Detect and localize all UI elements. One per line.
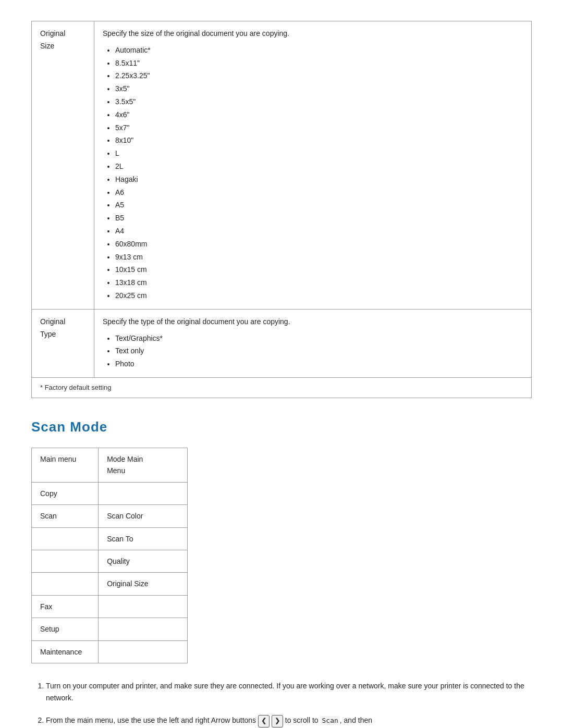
scan-table-original-size: Original Size [99, 573, 188, 595]
list-item: Text/Graphics* [115, 332, 523, 345]
left-arrow-icon: ❮ [258, 715, 270, 727]
scan-table-setup-submenu [99, 618, 188, 640]
list-item: 4x6" [115, 109, 523, 121]
scan-table-copy: Copy [32, 482, 99, 504]
list-item: A5 [115, 199, 523, 212]
list-item: 8x10" [115, 134, 523, 147]
list-item: 3.5x5" [115, 96, 523, 108]
instruction-item-1: Turn on your computer and printer, and m… [46, 680, 532, 704]
list-item: B5 [115, 212, 523, 225]
instruction-text-2-part1: From the main menu, use the use the left… [46, 716, 258, 724]
original-type-desc: Specify the type of the original documen… [103, 317, 290, 326]
original-size-content: Specify the size of the original documen… [94, 21, 532, 310]
list-item: Hagaki [115, 174, 523, 186]
list-item: 2L [115, 161, 523, 173]
list-item: Automatic* [115, 44, 523, 57]
scan-code-label: Scan [320, 716, 339, 725]
scan-table-fax: Fax [32, 595, 99, 618]
original-type-list: Text/Graphics* Text only Photo [103, 332, 523, 371]
factory-default-note: * Factory default setting [32, 377, 532, 398]
instruction-text-2-part2: to scroll to [285, 716, 321, 724]
scan-mode-table: Main menu Mode MainMenu Copy Scan Scan C… [31, 448, 188, 663]
original-size-label: OriginalSize [32, 21, 94, 310]
list-item: 10x15 cm [115, 264, 523, 276]
list-item: Text only [115, 345, 523, 357]
scan-table-empty1 [32, 527, 99, 550]
scan-table-empty2 [32, 550, 99, 572]
scan-mode-heading: Scan Mode [31, 419, 532, 435]
instruction-item-2: From the main menu, use the use the left… [46, 714, 532, 727]
instructions-section: Turn on your computer and printer, and m… [31, 680, 532, 727]
scan-table-maintenance-submenu [99, 640, 188, 663]
scan-table-scan-to: Scan To [99, 527, 188, 550]
instruction-text-2-part3: , and then [340, 716, 372, 724]
list-item: A4 [115, 225, 523, 238]
scan-table-fax-submenu [99, 595, 188, 618]
original-settings-table: OriginalSize Specify the size of the ori… [31, 21, 532, 398]
list-item: A6 [115, 187, 523, 199]
scan-table-empty3 [32, 573, 99, 595]
list-item: 2.25x3.25" [115, 70, 523, 82]
list-item: 60x80mm [115, 238, 523, 251]
scan-table-maintenance: Maintenance [32, 640, 99, 663]
list-item: 3x5" [115, 83, 523, 95]
original-size-list: Automatic* 8.5x11" 2.25x3.25" 3x5" 3.5x5… [103, 44, 523, 302]
list-item: Photo [115, 358, 523, 371]
table-header-col1: Main menu [32, 448, 99, 483]
list-item: 13x18 cm [115, 277, 523, 289]
instruction-text-1: Turn on your computer and printer, and m… [46, 682, 524, 702]
scan-table-quality: Quality [99, 550, 188, 572]
scan-table-scan: Scan [32, 505, 99, 527]
original-type-label: OriginalType [32, 309, 94, 377]
list-item: L [115, 147, 523, 160]
original-type-content: Specify the type of the original documen… [94, 309, 532, 377]
scan-table-setup: Setup [32, 618, 99, 640]
list-item: 8.5x11" [115, 57, 523, 70]
list-item: 20x25 cm [115, 290, 523, 302]
list-item: 9x13 cm [115, 251, 523, 264]
list-item: 5x7" [115, 122, 523, 134]
scan-table-scan-color: Scan Color [99, 505, 188, 527]
scan-table-copy-submenu [99, 482, 188, 504]
right-arrow-icon: ❯ [272, 715, 283, 727]
table-header-col2: Mode MainMenu [99, 448, 188, 483]
original-size-desc: Specify the size of the original documen… [103, 29, 289, 38]
